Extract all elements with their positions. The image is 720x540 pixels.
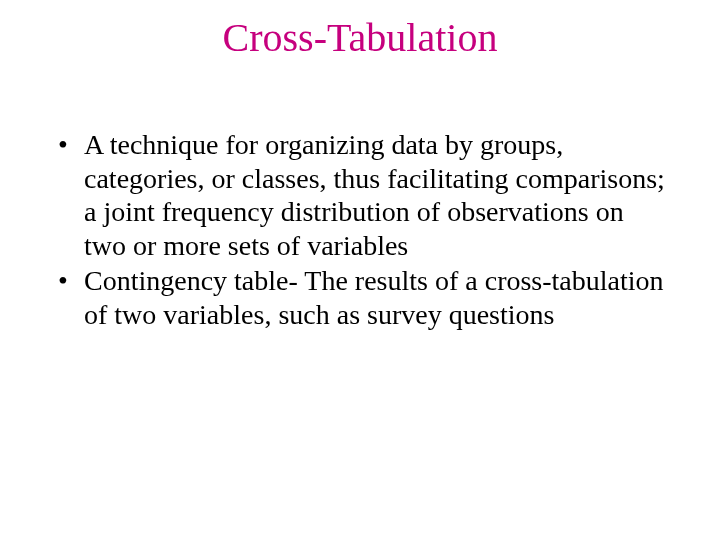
bullet-list: A technique for organizing data by group… (54, 128, 666, 332)
bullet-item: A technique for organizing data by group… (54, 128, 666, 262)
bullet-item: Contingency table- The results of a cros… (54, 264, 666, 331)
slide: Cross-Tabulation A technique for organiz… (0, 0, 720, 540)
slide-body: A technique for organizing data by group… (54, 128, 666, 334)
slide-title: Cross-Tabulation (0, 14, 720, 61)
